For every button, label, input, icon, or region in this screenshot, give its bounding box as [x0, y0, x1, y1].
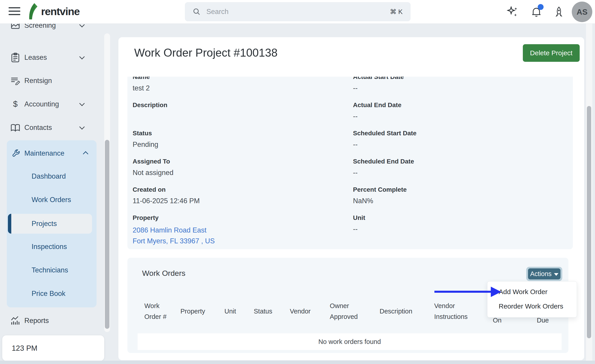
- chevron-down-icon: [80, 126, 84, 130]
- delete-project-button[interactable]: Delete Project: [523, 44, 580, 62]
- rocket-icon[interactable]: [553, 6, 565, 18]
- field-label: Status: [133, 129, 336, 137]
- field-unit: Unit --: [353, 214, 556, 233]
- property-address-link[interactable]: Fort Myers, FL 33967 , US: [133, 236, 336, 246]
- wrench-icon: [11, 149, 21, 158]
- leaf-icon: [25, 3, 39, 19]
- signature-icon: [10, 77, 20, 85]
- field-scheduled-start-date: Scheduled Start Date --: [353, 129, 556, 149]
- book-icon: [10, 124, 20, 132]
- page-scrollbar-track: [586, 24, 592, 364]
- field-label: Actual End Date: [353, 101, 556, 109]
- caret-down-icon: [554, 273, 559, 276]
- sidebar-item-label: Leases: [24, 53, 80, 62]
- active-indicator: [8, 214, 11, 234]
- page-bottom-strip: [0, 361, 595, 364]
- annotation-arrow-head: [491, 287, 501, 297]
- page: Screening Leases Rentsign $ Accounting: [0, 0, 595, 364]
- field-label: Assigned To: [133, 158, 336, 165]
- chevron-down-icon: [80, 102, 84, 106]
- sidebar-item-price-book[interactable]: Price Book: [7, 287, 97, 301]
- field-assigned-to: Assigned To Not assigned: [133, 158, 336, 177]
- rentvine-logo[interactable]: rentvine: [25, 3, 80, 19]
- column-header-vendor: Vendor: [290, 293, 319, 329]
- chevron-up-icon: [84, 150, 87, 157]
- field-value: 11-06-2025 12:46 PM: [133, 197, 336, 205]
- field-value: --: [353, 84, 556, 92]
- page-title: Work Order Project #100138: [134, 46, 278, 59]
- sidebar-item-label: Reports: [24, 317, 97, 325]
- logo-text: rentvine: [41, 5, 80, 18]
- field-value: Pending: [133, 140, 336, 149]
- sidebar-scrollbar-track: [104, 33, 110, 332]
- avatar[interactable]: AS: [572, 2, 592, 22]
- keyboard-shortcut-hint: ⌘ K: [390, 8, 403, 15]
- sidebar-item-rentsign[interactable]: Rentsign: [0, 74, 97, 88]
- sidebar-item-work-orders[interactable]: Work Orders: [7, 193, 97, 207]
- field-name: Name test 2: [133, 77, 336, 92]
- empty-state-text: No work orders found: [318, 338, 381, 345]
- field-description: Description: [133, 101, 336, 121]
- sidebar-item-leases[interactable]: Leases: [0, 50, 97, 65]
- avatar-initials: AS: [576, 7, 588, 16]
- sidebar-item-contacts[interactable]: Contacts: [0, 120, 97, 135]
- column-header-owner-approved: Owner Approved: [330, 293, 364, 329]
- column-header-work-order-number: Work Order #: [144, 293, 174, 329]
- field-label: Unit: [353, 214, 556, 222]
- field-label: Scheduled End Date: [353, 158, 556, 165]
- sidebar-item-reports[interactable]: Reports: [0, 314, 97, 328]
- table-empty-row: No work orders found: [138, 333, 562, 350]
- field-label: Property: [133, 214, 336, 222]
- sidebar-item-label: Work Orders: [32, 196, 71, 204]
- global-search: ⌘ K: [185, 2, 411, 21]
- property-address-link[interactable]: 2086 Hamlin Road East: [133, 225, 336, 236]
- column-header-unit: Unit: [224, 293, 245, 329]
- field-scheduled-end-date: Scheduled End Date --: [353, 158, 556, 177]
- actions-button[interactable]: Actions: [528, 268, 560, 280]
- field-actual-start-date: Actual Start Date --: [353, 77, 556, 92]
- toast-text: 123 PM: [12, 344, 37, 352]
- field-value: NaN%: [353, 197, 556, 205]
- notifications-bell-icon[interactable]: [531, 6, 542, 18]
- field-status: Status Pending: [133, 129, 336, 149]
- sidebar-item-label: Technicians: [32, 266, 68, 274]
- field-percent-complete: Percent Complete NaN%: [353, 186, 556, 205]
- field-value: --: [353, 112, 556, 121]
- field-value: test 2: [133, 84, 336, 92]
- menu-item-reorder-work-orders[interactable]: Reorder Work Orders: [487, 299, 577, 314]
- sidebar-scrollbar-thumb[interactable]: [105, 140, 109, 329]
- hamburger-menu-icon[interactable]: [8, 7, 20, 17]
- actions-button-label: Actions: [530, 270, 552, 278]
- field-label: Description: [133, 101, 336, 109]
- column-header-property: Property: [180, 293, 214, 329]
- sidebar-item-accounting[interactable]: $ Accounting: [0, 97, 97, 112]
- field-created-on: Created on 11-06-2025 12:46 PM: [133, 186, 336, 205]
- ai-sparkles-icon[interactable]: [507, 6, 518, 18]
- field-label: Percent Complete: [353, 186, 556, 194]
- page-scrollbar-thumb[interactable]: [587, 106, 591, 338]
- sidebar-item-label: Accounting: [24, 100, 80, 108]
- sidebar-item-label: Projects: [32, 220, 57, 228]
- sidebar-item-label: Inspections: [32, 243, 67, 251]
- search-input[interactable]: [206, 8, 390, 16]
- project-details-panel: Name test 2 Description Status Pending A…: [128, 77, 573, 249]
- time-toast: 123 PM: [2, 335, 104, 361]
- sidebar-item-dashboard[interactable]: Dashboard: [7, 169, 97, 184]
- sidebar-item-label: Price Book: [32, 290, 65, 298]
- sidebar-item-inspections[interactable]: Inspections: [7, 239, 97, 254]
- sidebar-item-maintenance[interactable]: Maintenance: [7, 147, 97, 160]
- notification-badge: [538, 4, 544, 10]
- field-label: Actual Start Date: [353, 77, 556, 81]
- clipboard-icon: [10, 53, 20, 63]
- column-header-status: Status: [254, 293, 281, 329]
- top-bar: rentvine ⌘ K: [0, 0, 595, 24]
- annotation-arrow: [434, 291, 491, 293]
- sidebar-item-technicians[interactable]: Technicians: [7, 263, 97, 277]
- work-orders-title: Work Orders: [142, 269, 185, 278]
- sidebar-item-label: Maintenance: [24, 149, 84, 157]
- sidebar-item-label: Contacts: [24, 124, 80, 132]
- field-value: --: [353, 140, 556, 149]
- sidebar-item-projects[interactable]: Projects: [8, 214, 92, 234]
- chart-icon: [10, 316, 20, 325]
- column-header-description: Description: [380, 293, 422, 329]
